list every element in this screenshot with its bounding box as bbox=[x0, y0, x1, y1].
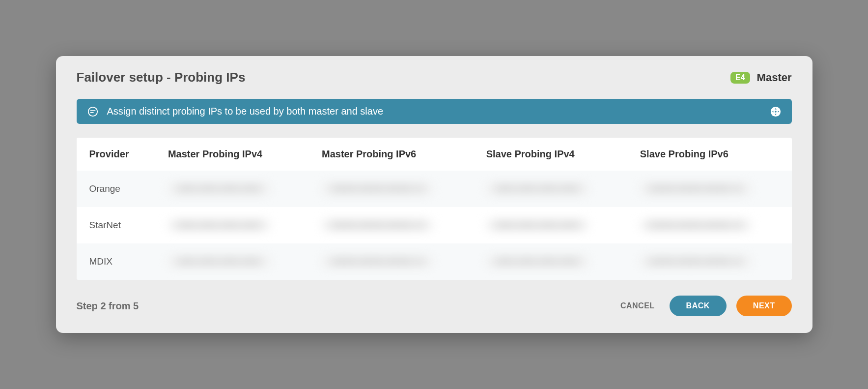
cell-master-ipv6[interactable]: XXXX:XXXX:XXXX::X bbox=[309, 171, 474, 207]
modal-title: Failover setup - Probing IPs bbox=[77, 70, 246, 85]
cell-slave-ipv4[interactable]: XXX.XXX.XXX.XXX bbox=[474, 243, 627, 280]
header-right: E4 Master bbox=[730, 71, 792, 84]
role-label: Master bbox=[757, 71, 792, 84]
cell-slave-ipv6[interactable]: XXXX:XXXX:XXXX::X bbox=[627, 207, 792, 243]
cell-slave-ipv4[interactable]: XXX.XXX.XXX.XXX bbox=[474, 207, 627, 243]
col-slave-ipv4: Slave Probing IPv4 bbox=[474, 138, 627, 171]
svg-point-0 bbox=[88, 107, 97, 116]
cell-master-ipv6[interactable]: XXXX:XXXX:XXXX::X bbox=[309, 243, 474, 280]
table-row: StarNet XXX.XXX.XXX.XXX XXXX:XXXX:XXXX::… bbox=[77, 207, 792, 243]
col-provider: Provider bbox=[77, 138, 155, 171]
col-master-ipv4: Master Probing IPv4 bbox=[155, 138, 309, 171]
cell-slave-ipv6[interactable]: XXXX:XXXX:XXXX::X bbox=[627, 171, 792, 207]
info-banner: Assign distinct probing IPs to be used b… bbox=[77, 99, 792, 124]
cell-slave-ipv4[interactable]: XXX.XXX.XXX.XXX bbox=[474, 171, 627, 207]
col-slave-ipv6: Slave Probing IPv6 bbox=[627, 138, 792, 171]
step-indicator: Step 2 from 5 bbox=[77, 300, 139, 312]
banner-left: Assign distinct probing IPs to be used b… bbox=[87, 106, 384, 117]
table-row: Orange XXX.XXX.XXX.XXX XXXX:XXXX:XXXX::X… bbox=[77, 171, 792, 207]
cell-provider: Orange bbox=[77, 171, 155, 207]
move-icon[interactable] bbox=[770, 106, 781, 117]
cell-master-ipv6[interactable]: XXXX:XXXX:XXXX::X bbox=[309, 207, 474, 243]
cell-provider: StarNet bbox=[77, 207, 155, 243]
table-row: MDIX XXX.XXX.XXX.XXX XXXX:XXXX:XXXX::X X… bbox=[77, 243, 792, 280]
table-header-row: Provider Master Probing IPv4 Master Prob… bbox=[77, 138, 792, 171]
message-icon bbox=[87, 106, 98, 117]
back-button[interactable]: BACK bbox=[670, 296, 727, 316]
cell-master-ipv4[interactable]: XXX.XXX.XXX.XXX bbox=[155, 207, 309, 243]
banner-text: Assign distinct probing IPs to be used b… bbox=[107, 106, 384, 117]
cancel-button[interactable]: CANCEL bbox=[616, 296, 660, 316]
cell-provider: MDIX bbox=[77, 243, 155, 280]
cell-slave-ipv6[interactable]: XXXX:XXXX:XXXX::X bbox=[627, 243, 792, 280]
cell-master-ipv4[interactable]: XXX.XXX.XXX.XXX bbox=[155, 171, 309, 207]
next-button[interactable]: NEXT bbox=[736, 296, 792, 316]
col-master-ipv6: Master Probing IPv6 bbox=[309, 138, 474, 171]
modal-header: Failover setup - Probing IPs E4 Master bbox=[77, 70, 792, 85]
footer-buttons: CANCEL BACK NEXT bbox=[616, 296, 792, 316]
device-badge: E4 bbox=[730, 72, 750, 84]
cell-master-ipv4[interactable]: XXX.XXX.XXX.XXX bbox=[155, 243, 309, 280]
failover-setup-modal: Failover setup - Probing IPs E4 Master A… bbox=[56, 56, 812, 333]
svg-point-2 bbox=[775, 111, 777, 113]
modal-footer: Step 2 from 5 CANCEL BACK NEXT bbox=[77, 296, 792, 316]
probing-ips-table: Provider Master Probing IPv4 Master Prob… bbox=[77, 138, 792, 280]
